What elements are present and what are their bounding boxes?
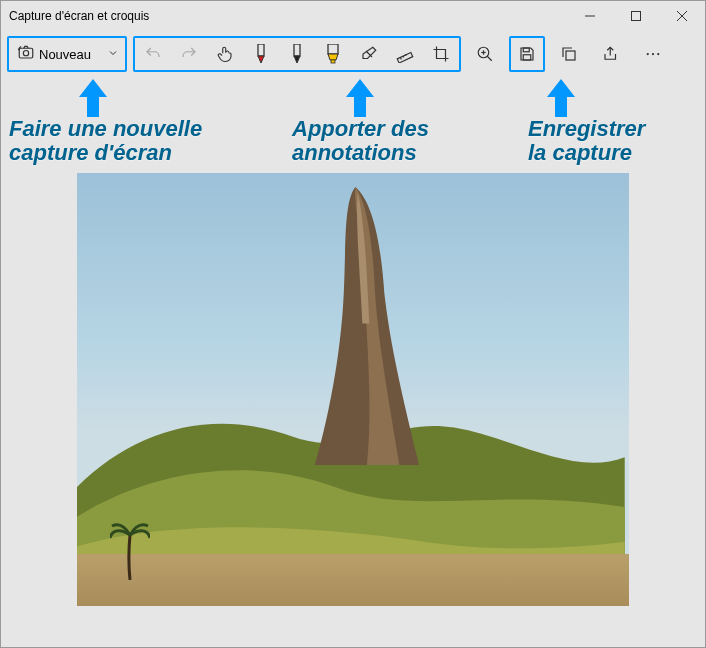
svg-point-5 [23,51,28,56]
eraser-button[interactable] [351,36,387,72]
callout-annot: Apporter des annotations [292,117,429,165]
svg-marker-29 [547,79,575,117]
more-button[interactable] [635,36,671,72]
maximize-button[interactable] [613,1,659,31]
zoom-button[interactable] [467,36,503,72]
new-capture-label: Nouveau [39,47,91,62]
callout-arrow-annot [346,79,374,117]
crop-button[interactable] [423,36,459,72]
svg-rect-8 [294,44,300,56]
highlighter-button[interactable] [315,36,351,72]
svg-point-24 [647,53,649,55]
undo-button[interactable] [135,36,171,72]
svg-line-14 [400,58,401,60]
window-title: Capture d'écran et croquis [9,9,149,23]
minimize-button[interactable] [567,1,613,31]
svg-point-25 [652,53,654,55]
svg-rect-21 [523,48,529,52]
svg-marker-28 [346,79,374,117]
ruler-button[interactable] [387,36,423,72]
svg-point-26 [657,53,659,55]
pencil-button[interactable] [279,36,315,72]
svg-rect-1 [632,12,641,21]
palm-tree [110,520,150,580]
pen-button[interactable] [243,36,279,72]
save-button[interactable] [509,36,545,72]
captured-image[interactable] [77,173,629,606]
copy-button[interactable] [551,36,587,72]
share-button[interactable] [593,36,629,72]
svg-marker-7 [258,56,264,63]
chevron-down-icon[interactable] [107,45,119,63]
close-button[interactable] [659,1,705,31]
canvas-area: Faire une nouvelle capture d'écran Appor… [1,77,705,648]
svg-marker-9 [294,56,300,63]
svg-line-18 [487,56,492,61]
svg-rect-13 [397,53,412,63]
svg-rect-10 [328,44,338,54]
camera-icon [17,43,35,65]
annotation-toolbar [133,36,461,72]
redo-button[interactable] [171,36,207,72]
callout-nouveau: Faire une nouvelle capture d'écran [9,117,202,165]
svg-rect-23 [566,51,575,60]
callout-arrow-nouveau [79,79,107,117]
svg-marker-11 [328,54,338,60]
callout-save: Enregistrer la capture [528,117,645,165]
svg-rect-6 [258,44,264,56]
titlebar: Capture d'écran et croquis [1,1,705,31]
callout-arrow-save [547,79,575,117]
new-capture-button[interactable]: Nouveau [7,36,127,72]
touch-writing-button[interactable] [207,36,243,72]
window-controls [567,1,705,31]
toolbar: Nouveau [1,31,705,77]
svg-rect-12 [331,60,335,63]
svg-rect-4 [19,48,33,58]
svg-marker-27 [79,79,107,117]
svg-rect-22 [523,55,531,60]
